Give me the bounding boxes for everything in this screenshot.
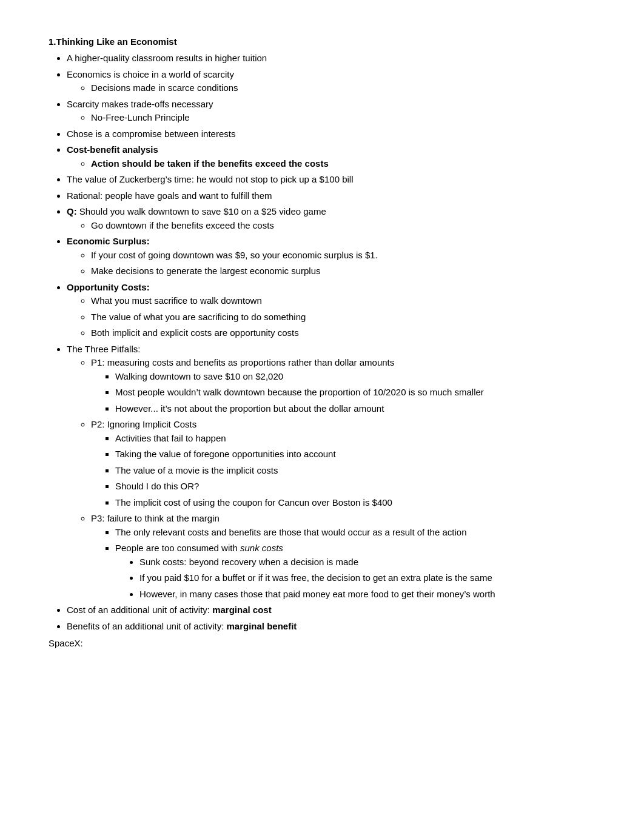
item-text-bold: Economic Surplus:: [67, 236, 150, 246]
list-item: A higher-quality classroom results in hi…: [67, 52, 595, 65]
section-title: 1.Thinking Like an Economist: [49, 36, 595, 47]
item-text: Taking the value of foregone opportuniti…: [115, 449, 336, 459]
sub-list: Decisions made in scarce conditions: [67, 81, 595, 95]
list-item: No-Free-Lunch Principle: [91, 111, 595, 125]
item-text: The value of what you are sacrificing to…: [91, 312, 306, 322]
list-item: Go downtown if the benefits exceed the c…: [91, 219, 595, 233]
item-text: The value of Zuckerberg’s time: he would…: [67, 174, 354, 184]
list-item: Most people wouldn’t walk downtown becau…: [115, 386, 595, 400]
list-item: Economics is choice in a world of scarci…: [67, 68, 595, 95]
item-text: Economics is choice in a world of scarci…: [67, 69, 234, 79]
item-text: Scarcity makes trade-offs necessary: [67, 99, 213, 109]
main-list: A higher-quality classroom results in hi…: [49, 52, 595, 633]
list-item: Activities that fail to happen: [115, 432, 595, 446]
item-text: P1: measuring costs and benefits as prop…: [91, 357, 394, 367]
item-text: The implicit cost of using the coupon fo…: [115, 497, 392, 508]
list-item: The implicit cost of using the coupon fo…: [115, 496, 595, 510]
list-item: Taking the value of foregone opportuniti…: [115, 448, 595, 461]
item-text-prefix: Cost of an additional unit of activity:: [67, 605, 212, 615]
list-item: Both implicit and explicit costs are opp…: [91, 326, 595, 340]
spacex-label: SpaceX:: [49, 638, 595, 648]
list-item: People are too consumed with sunk costs …: [115, 542, 595, 601]
item-text: The Three Pitfalls:: [67, 344, 140, 354]
item-text: Sunk costs: beyond recovery when a decis…: [139, 557, 358, 567]
item-text-prefix: Benefits of an additional unit of activi…: [67, 621, 227, 631]
item-text: P2: Ignoring Implicit Costs: [91, 419, 196, 429]
list-item: Economic Surplus: If your cost of going …: [67, 235, 595, 278]
list-item: The value of what you are sacrificing to…: [91, 310, 595, 324]
list-item: Sunk costs: beyond recovery when a decis…: [139, 555, 595, 569]
list-item: Q: Should you walk downtown to save $10 …: [67, 205, 595, 232]
list-item: Make decisions to generate the largest e…: [91, 264, 595, 278]
item-text: Make decisions to generate the largest e…: [91, 266, 321, 276]
item-text: Should you walk downtown to save $10 on …: [77, 206, 326, 216]
item-text-bold: Cost-benefit analysis: [67, 144, 158, 155]
item-prefix-bold: Q:: [67, 206, 77, 216]
item-text: Rational: people have goals and want to …: [67, 190, 272, 201]
item-text: The only relevant costs and benefits are…: [115, 527, 467, 537]
item-text: However, in many cases those that paid m…: [139, 589, 495, 599]
item-text-prefix: People are too consumed with: [115, 543, 240, 553]
list-item: The value of a movie is the implicit cos…: [115, 464, 595, 478]
list-item: P1: measuring costs and benefits as prop…: [91, 356, 595, 415]
list-item: Decisions made in scarce conditions: [91, 81, 595, 95]
list-item: Cost of an additional unit of activity: …: [67, 603, 595, 617]
list-item: Opportunity Costs: What you must sacrifi…: [67, 281, 595, 340]
item-text-bold: Action should be taken if the benefits e…: [91, 158, 329, 169]
item-text: However... it’s not about the proportion…: [115, 403, 384, 414]
list-item: Rational: people have goals and want to …: [67, 189, 595, 203]
item-text: Activities that fail to happen: [115, 433, 226, 443]
sub-sub-list: Activities that fail to happen Taking th…: [91, 432, 595, 510]
list-item: What you must sacrifice to walk downtown: [91, 294, 595, 308]
list-item: Should I do this OR?: [115, 480, 595, 494]
list-item: Chose is a compromise between interests: [67, 127, 595, 141]
sub-list: Action should be taken if the benefits e…: [67, 157, 595, 171]
sub-list: What you must sacrifice to walk downtown…: [67, 294, 595, 340]
item-text: Both implicit and explicit costs are opp…: [91, 327, 299, 338]
item-text: Decisions made in scarce conditions: [91, 82, 238, 93]
sub-sub-list: The only relevant costs and benefits are…: [91, 526, 595, 602]
item-text: The value of a movie is the implicit cos…: [115, 465, 278, 475]
document-body: 1.Thinking Like an Economist A higher-qu…: [49, 36, 595, 648]
item-text: Most people wouldn’t walk downtown becau…: [115, 387, 484, 397]
list-item: Benefits of an additional unit of activi…: [67, 620, 595, 634]
item-text: If you paid $10 for a buffet or if it wa…: [139, 572, 492, 583]
list-item: P3: failure to think at the margin The o…: [91, 512, 595, 601]
item-text-bold: marginal cost: [212, 605, 272, 615]
item-text-bold: marginal benefit: [227, 621, 297, 631]
sub-list: If your cost of going downtown was $9, s…: [67, 249, 595, 278]
list-item: The Three Pitfalls: P1: measuring costs …: [67, 343, 595, 602]
list-item: Action should be taken if the benefits e…: [91, 157, 595, 171]
list-item: Scarcity makes trade-offs necessary No-F…: [67, 98, 595, 125]
list-item: The only relevant costs and benefits are…: [115, 526, 595, 540]
sub-sub-sub-list: Sunk costs: beyond recovery when a decis…: [115, 555, 595, 602]
list-item: Walking downtown to save $10 on $2,020: [115, 370, 595, 384]
sub-list: No-Free-Lunch Principle: [67, 111, 595, 125]
list-item: However, in many cases those that paid m…: [139, 588, 595, 602]
item-text: Go downtown if the benefits exceed the c…: [91, 220, 274, 230]
item-text: If your cost of going downtown was $9, s…: [91, 250, 378, 260]
list-item: If your cost of going downtown was $9, s…: [91, 249, 595, 263]
sub-list: P1: measuring costs and benefits as prop…: [67, 356, 595, 601]
item-text-bold: Opportunity Costs:: [67, 282, 150, 292]
item-text: Chose is a compromise between interests: [67, 129, 235, 139]
item-text: Should I do this OR?: [115, 481, 199, 491]
item-text: P3: failure to think at the margin: [91, 513, 220, 523]
list-item: P2: Ignoring Implicit Costs Activities t…: [91, 418, 595, 509]
list-item: The value of Zuckerberg’s time: he would…: [67, 173, 595, 187]
item-text: A higher-quality classroom results in hi…: [67, 53, 267, 63]
item-text: Walking downtown to save $10 on $2,020: [115, 371, 283, 381]
item-text: What you must sacrifice to walk downtown: [91, 295, 262, 306]
sub-sub-list: Walking downtown to save $10 on $2,020 M…: [91, 370, 595, 416]
item-text-italic: sunk costs: [240, 543, 283, 553]
sub-list: Go downtown if the benefits exceed the c…: [67, 219, 595, 233]
list-item: Cost-benefit analysis Action should be t…: [67, 143, 595, 170]
item-text: No-Free-Lunch Principle: [91, 112, 190, 122]
list-item: However... it’s not about the proportion…: [115, 402, 595, 416]
list-item: If you paid $10 for a buffet or if it wa…: [139, 571, 595, 585]
